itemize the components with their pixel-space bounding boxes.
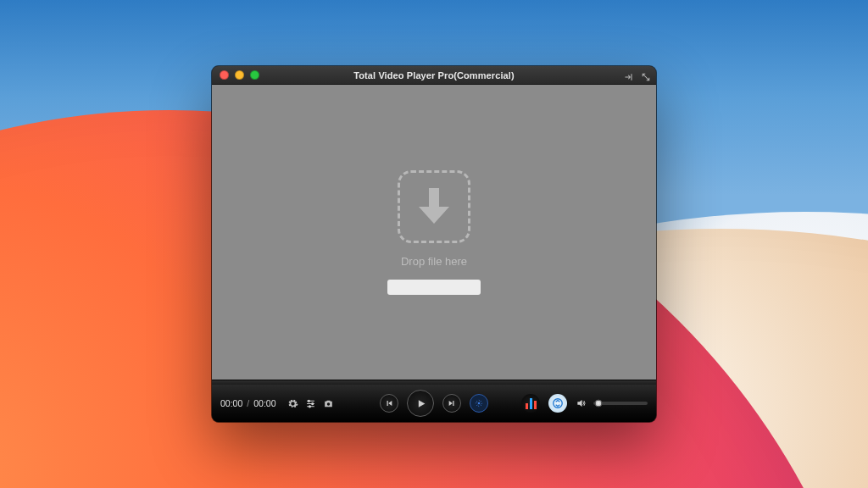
minimize-button[interactable] <box>235 70 244 80</box>
converter-icon <box>552 397 564 409</box>
camera-icon[interactable] <box>323 398 334 409</box>
close-button[interactable] <box>220 70 229 80</box>
fullscreen-icon[interactable] <box>641 70 651 80</box>
zoom-button[interactable] <box>250 70 259 80</box>
svg-point-1 <box>312 402 314 404</box>
svg-point-3 <box>327 402 330 405</box>
snapshot-button[interactable] <box>470 394 488 413</box>
elapsed-time: 00:00 <box>220 398 242 408</box>
pin-icon[interactable] <box>624 70 634 80</box>
previous-button[interactable] <box>380 394 398 413</box>
equalizer-button[interactable] <box>521 394 540 413</box>
speaker-icon[interactable] <box>576 397 587 409</box>
svg-point-2 <box>309 405 311 407</box>
svg-point-0 <box>309 400 310 402</box>
tune-icon[interactable] <box>305 398 316 409</box>
titlebar: Total Video Player Pro(Commercial) <box>212 66 656 85</box>
download-arrow-icon <box>419 188 449 225</box>
drop-target <box>398 170 470 243</box>
volume-slider[interactable] <box>593 402 648 405</box>
control-bar: 00:00 / 00:00 <box>212 385 656 422</box>
drop-area[interactable]: Drop file here <box>212 85 656 380</box>
player-window: Total Video Player Pro(Commercial) Drop … <box>212 66 656 422</box>
gear-icon[interactable] <box>287 398 298 409</box>
volume-knob[interactable] <box>595 400 603 408</box>
total-duration: 00:00 <box>253 398 275 408</box>
converter-button[interactable] <box>548 394 567 413</box>
open-file-button[interactable] <box>387 280 481 295</box>
svg-point-4 <box>478 402 481 405</box>
time-display: 00:00 / 00:00 <box>220 398 275 408</box>
time-separator: / <box>247 398 249 408</box>
volume-control <box>576 397 648 409</box>
window-title: Total Video Player Pro(Commercial) <box>212 70 656 80</box>
equalizer-icon <box>526 398 537 409</box>
play-button[interactable] <box>407 390 434 417</box>
next-button[interactable] <box>442 394 461 413</box>
drop-label: Drop file here <box>401 255 467 268</box>
